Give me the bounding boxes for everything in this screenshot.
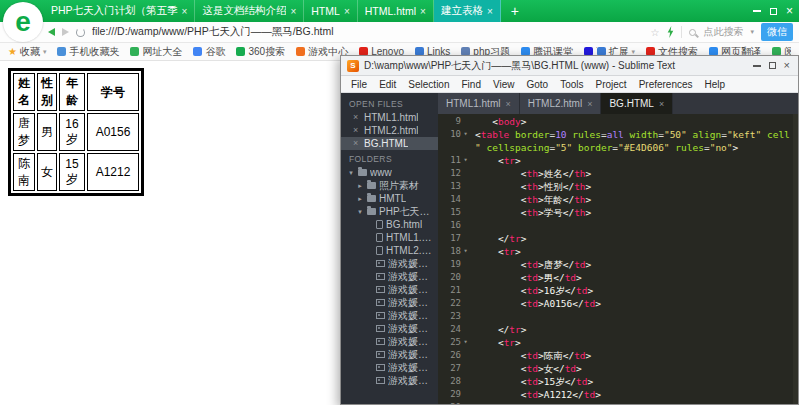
tree-file-item[interactable]: BG.html: [341, 218, 438, 231]
tab-close-icon[interactable]: ×: [182, 6, 188, 17]
wechat-badge[interactable]: 微信: [761, 23, 793, 41]
tree-file-item[interactable]: 游戏媛庆9.jpg: [341, 374, 438, 387]
menu-item-project[interactable]: Project: [590, 79, 633, 90]
code-line[interactable]: 23: [438, 310, 798, 323]
fold-arrow-icon[interactable]: ▾: [461, 154, 470, 167]
file-close-icon[interactable]: ×: [353, 137, 361, 150]
menu-item-preferences[interactable]: Preferences: [633, 79, 699, 90]
code-line[interactable]: 18▾ <tr>: [438, 245, 798, 258]
tab-close-icon[interactable]: ×: [290, 6, 296, 17]
chevron-open-icon[interactable]: ▾: [347, 166, 355, 179]
tree-folder-item[interactable]: ▸HMTL: [341, 192, 438, 205]
new-tab-button[interactable]: +: [501, 0, 529, 22]
close-icon[interactable]: ×: [786, 5, 793, 17]
refresh-icon[interactable]: [76, 28, 85, 37]
menu-item-edit[interactable]: Edit: [373, 79, 402, 90]
tree-file-item[interactable]: 游戏媛庆2.jpg: [341, 283, 438, 296]
tree-file-item[interactable]: 游戏媛庆8.jpg: [341, 361, 438, 374]
tree-file-item[interactable]: HTML1.html: [341, 231, 438, 244]
tab-close-icon[interactable]: ×: [420, 6, 426, 17]
fold-arrow-icon[interactable]: ▾: [461, 336, 470, 349]
editor-tab[interactable]: HTML1.html×: [438, 93, 520, 114]
chevron-closed-icon[interactable]: ▸: [356, 192, 364, 205]
code-line[interactable]: 29 <td>A1212</td>: [438, 388, 798, 401]
code-line[interactable]: 20 <td>男</td>: [438, 271, 798, 284]
code-line[interactable]: 30: [438, 401, 798, 404]
editor-tab[interactable]: BG.HTML×: [601, 93, 673, 114]
speed-bolt-icon[interactable]: [666, 26, 674, 38]
menu-item-tools[interactable]: Tools: [554, 79, 589, 90]
file-close-icon[interactable]: ×: [353, 111, 361, 124]
browser-logo-icon[interactable]: e: [3, 2, 43, 42]
tree-file-item[interactable]: 游戏媛庆3.jpg: [341, 296, 438, 309]
tree-file-item[interactable]: 游戏媛庆6.jpg: [341, 335, 438, 348]
menu-item-file[interactable]: File: [345, 79, 373, 90]
minimize-icon[interactable]: [753, 10, 761, 12]
tree-file-item[interactable]: 游戏媛庆10.jpg: [341, 270, 438, 283]
menu-item-goto[interactable]: Goto: [520, 79, 554, 90]
open-file-item[interactable]: ×HTML1.html: [341, 111, 438, 124]
fold-arrow-icon[interactable]: ▾: [461, 128, 470, 141]
menu-item-selection[interactable]: Selection: [402, 79, 455, 90]
tree-folder-item[interactable]: ▸照片素材: [341, 179, 438, 192]
browser-tab[interactable]: PHP七天入门计划（第五季×: [44, 0, 195, 22]
fold-arrow-icon[interactable]: ▾: [461, 245, 470, 258]
code-line[interactable]: 11▾ <tr>: [438, 154, 798, 167]
code-line[interactable]: 25▾ <tr>: [438, 336, 798, 349]
tab-close-icon[interactable]: ×: [344, 6, 350, 17]
tree-file-item[interactable]: HTML2.html: [341, 244, 438, 257]
tree-folder-item[interactable]: ▾www: [341, 166, 438, 179]
menu-item-find[interactable]: Find: [456, 79, 487, 90]
tree-folder-item[interactable]: ▾PHP七天入门——黑马: [341, 205, 438, 218]
tree-file-item[interactable]: 游戏媛庆4.jpg: [341, 309, 438, 322]
browser-tab[interactable]: 建立表格×: [434, 0, 501, 22]
code-line[interactable]: 15 <th>学号</th>: [438, 206, 798, 219]
code-line[interactable]: 27 <td>女</td>: [438, 362, 798, 375]
maximize-icon[interactable]: [770, 8, 777, 15]
code-line[interactable]: 14 <th>年龄</th>: [438, 193, 798, 206]
chevron-closed-icon[interactable]: ▸: [356, 179, 364, 192]
open-file-item[interactable]: ×HTML2.html: [341, 124, 438, 137]
code-editor[interactable]: 9 <body>10▾<table border=10 rules=all wi…: [438, 114, 798, 404]
minimize-icon[interactable]: [753, 65, 761, 67]
tree-file-item[interactable]: 游戏媛庆5.jpg: [341, 322, 438, 335]
code-line[interactable]: 9 <body>: [438, 115, 798, 128]
file-close-icon[interactable]: ×: [353, 124, 361, 137]
browser-tab[interactable]: HTML.html×: [358, 0, 434, 22]
code-line[interactable]: 21 <td>16岁</td>: [438, 284, 798, 297]
browser-tab[interactable]: 这是文档结构介绍×: [195, 0, 304, 22]
bookmark-item[interactable]: 360搜索: [236, 45, 285, 59]
chevron-open-icon[interactable]: ▾: [356, 205, 364, 218]
search-box-placeholder[interactable]: 点此搜索: [703, 25, 743, 39]
code-line[interactable]: 10▾<table border=10 rules=all width="50"…: [438, 128, 798, 141]
bookmark-item[interactable]: 网址大全: [130, 45, 182, 59]
bookmark-item[interactable]: ★收藏▾: [8, 45, 46, 59]
open-file-item[interactable]: ×BG.HTML: [341, 137, 438, 150]
menu-item-help[interactable]: Help: [699, 79, 732, 90]
tree-file-item[interactable]: 游戏媛庆1.PNG: [341, 257, 438, 270]
tree-file-item[interactable]: 游戏媛庆7.jpg: [341, 348, 438, 361]
code-line[interactable]: 17 </tr>: [438, 232, 798, 245]
sublime-title-bar[interactable]: S D:\wamp\www\PHP七天入门——黑马\BG.HTML (www) …: [341, 56, 798, 76]
bookmark-item[interactable]: 谷歌: [193, 45, 225, 59]
url-text[interactable]: file:///D:/wamp/www/PHP七天入门——黑马/BG.html: [92, 25, 334, 39]
maximize-icon[interactable]: [769, 62, 776, 69]
code-line[interactable]: 28 <td>15岁</td>: [438, 375, 798, 388]
tab-close-icon[interactable]: ×: [587, 99, 592, 109]
bookmark-item[interactable]: 手机收藏夹: [57, 45, 119, 59]
code-line[interactable]: 19 <td>唐梦</td>: [438, 258, 798, 271]
bookmark-star-icon[interactable]: ☆: [651, 27, 660, 38]
code-line[interactable]: 16: [438, 219, 798, 232]
editor-tab[interactable]: HTML2.html×: [520, 93, 602, 114]
forward-icon[interactable]: [62, 28, 69, 36]
code-line[interactable]: " cellspacing="5" border="#E4D606" rules…: [438, 141, 798, 154]
tab-close-icon[interactable]: ×: [659, 99, 664, 109]
code-line[interactable]: 22 <td>A0156</td>: [438, 297, 798, 310]
browser-tab[interactable]: HTML×: [304, 0, 357, 22]
code-line[interactable]: 26 <td>陈南</td>: [438, 349, 798, 362]
code-line[interactable]: 12 <th>姓名</th>: [438, 167, 798, 180]
close-icon[interactable]: ×: [784, 60, 790, 71]
tab-close-icon[interactable]: ×: [487, 6, 493, 17]
tab-close-icon[interactable]: ×: [505, 99, 510, 109]
search-icon[interactable]: [689, 29, 696, 36]
